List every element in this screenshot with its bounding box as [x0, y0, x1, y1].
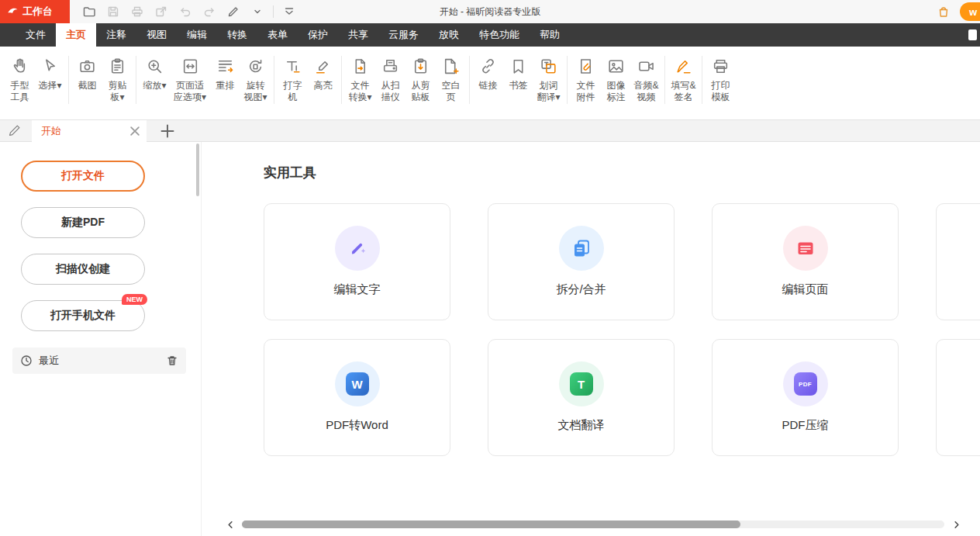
word-letter: W	[346, 372, 369, 396]
menu-item-edit[interactable]: 编辑	[177, 23, 217, 47]
customize-toolbar-button[interactable]	[281, 3, 298, 20]
tool-blank-page[interactable]: 空白页	[436, 53, 466, 106]
tool-snapshot[interactable]: 截图	[72, 53, 102, 95]
tool-label: 打字机	[280, 80, 305, 103]
horizontal-scrollbar	[225, 519, 961, 530]
translate-badge-icon: T	[559, 361, 604, 406]
card-label: 编辑文字	[334, 282, 381, 297]
tab-corner-pencil-icon[interactable]	[8, 124, 21, 137]
tool-from-scanner[interactable]: 从扫描仪	[375, 53, 405, 106]
ribbon-separator	[469, 56, 470, 104]
open-mobile-file-button[interactable]: 打开手机文件 NEW	[21, 300, 145, 331]
scroll-left-button[interactable]	[225, 519, 236, 530]
document-icon[interactable]	[968, 29, 977, 40]
cards-row-2: W PDF转Word T 文档翻译 PDF PDF压缩	[264, 339, 980, 456]
scanner-create-button[interactable]: 扫描仪创建	[21, 254, 145, 285]
save-button[interactable]	[105, 3, 122, 20]
menu-item-comment[interactable]: 注释	[96, 23, 136, 47]
open-file-button[interactable]: 打开文件	[21, 161, 145, 192]
menu-item-form[interactable]: 表单	[257, 23, 298, 47]
ribbon-separator	[274, 56, 274, 104]
save-icon	[106, 5, 120, 19]
card-label: 拆分/合并	[556, 282, 606, 297]
tool-hand[interactable]: 手型工具	[5, 53, 35, 106]
tool-label: 手型工具	[7, 80, 33, 103]
scroll-right-button[interactable]	[951, 519, 961, 530]
redo-button[interactable]	[201, 3, 218, 20]
pdf-badge-icon: PDF	[783, 361, 828, 406]
menu-item-share[interactable]: 共享	[338, 23, 378, 47]
menu-item-slideshow[interactable]: 放映	[429, 23, 469, 47]
chevron-left-icon	[226, 520, 235, 529]
card-split-merge[interactable]: 拆分/合并	[488, 203, 675, 320]
card-pdf-to-word[interactable]: W PDF转Word	[264, 339, 450, 456]
tool-zoom[interactable]: 缩放▾	[140, 53, 170, 95]
undo-button[interactable]	[177, 3, 194, 20]
menu-item-protect[interactable]: 保护	[298, 23, 338, 47]
tab-start[interactable]: 开始	[32, 120, 147, 142]
print-template-icon	[711, 56, 730, 76]
menu-item-cloud[interactable]: 云服务	[378, 23, 429, 47]
tool-clipboard[interactable]: 剪贴板▾	[102, 53, 133, 106]
tool-reflow[interactable]: 重排	[210, 53, 240, 95]
recent-section[interactable]: 最近	[12, 348, 186, 374]
tool-page-fit[interactable]: 页面适应选项▾	[170, 53, 210, 106]
menu-item-file[interactable]: 文件	[16, 23, 56, 47]
menu-item-help[interactable]: 帮助	[530, 23, 570, 47]
tool-translate[interactable]: 划词翻译▾	[533, 53, 564, 106]
card-edit-text[interactable]: 编辑文字	[264, 203, 450, 320]
tool-select[interactable]: 选择▾	[35, 53, 65, 95]
tool-label: 旋转视图▾	[243, 80, 268, 103]
pen-tool-button[interactable]	[225, 3, 242, 20]
tool-print-template[interactable]: 打印模板	[706, 53, 736, 106]
menu-item-convert[interactable]: 转换	[217, 23, 257, 47]
tool-audio-video[interactable]: 音频&视频	[631, 53, 661, 106]
scrollbar-thumb[interactable]	[242, 520, 740, 528]
folder-icon	[82, 5, 96, 19]
titlebar: 工作台 开始 - 福昕阅读器专业版 w	[0, 0, 980, 23]
tab-close-icon[interactable]	[129, 126, 140, 137]
open-folder-button[interactable]	[81, 3, 98, 20]
tool-label: 图像标注	[603, 80, 629, 103]
export-icon	[154, 5, 168, 19]
clock-icon	[20, 354, 33, 367]
tool-from-clipboard[interactable]: 从剪贴板	[405, 53, 436, 106]
open-mobile-file-label: 打开手机文件	[50, 309, 116, 323]
card-pdf-compress[interactable]: PDF PDF压缩	[712, 339, 899, 456]
card-edit-pages[interactable]: 编辑页面	[712, 203, 899, 320]
card-partial-1[interactable]	[936, 203, 980, 320]
pen-dropdown-button[interactable]	[249, 3, 266, 20]
edit-pages-icon	[783, 226, 828, 271]
camera-icon	[78, 56, 97, 76]
new-pdf-label: 新建PDF	[61, 216, 105, 230]
workspace-button[interactable]: 工作台	[0, 0, 70, 23]
new-tab-button[interactable]	[160, 124, 174, 138]
tool-file-convert[interactable]: 文件转换▾	[345, 53, 375, 106]
tool-file-attachment[interactable]: 文件附件	[571, 53, 601, 106]
upgrade-button[interactable]: w	[960, 2, 980, 21]
tool-rotate-view[interactable]: 旋转视图▾	[240, 53, 271, 106]
tool-label: 链接	[475, 80, 501, 92]
tool-typewriter[interactable]: 打字机	[278, 53, 308, 106]
tool-label: 高亮	[310, 80, 336, 92]
menu-item-home[interactable]: 主页	[56, 23, 96, 47]
tool-highlight[interactable]: 高亮	[308, 53, 338, 95]
export-button[interactable]	[153, 3, 170, 20]
new-pdf-button[interactable]: 新建PDF	[21, 207, 145, 238]
menu-item-features[interactable]: 特色功能	[469, 23, 530, 47]
highlighter-icon	[313, 56, 333, 76]
menu-item-view[interactable]: 视图	[136, 23, 177, 47]
tool-bookmark[interactable]: 书签	[503, 53, 533, 95]
scrollbar-track[interactable]	[242, 520, 944, 528]
card-partial-2[interactable]	[936, 339, 980, 456]
print-button[interactable]	[129, 3, 146, 20]
tool-fill-sign[interactable]: 填写&签名	[668, 53, 699, 106]
card-doc-translate[interactable]: T 文档翻译	[488, 339, 675, 456]
select-cursor-icon	[40, 56, 60, 76]
tool-image-annotation[interactable]: 图像标注	[601, 53, 631, 106]
vertical-scrollbar-thumb[interactable]	[196, 144, 199, 196]
store-bag-button[interactable]	[935, 3, 952, 20]
tool-link[interactable]: 链接	[473, 53, 503, 95]
clear-recent-button[interactable]	[166, 354, 178, 367]
trash-icon	[166, 354, 178, 367]
